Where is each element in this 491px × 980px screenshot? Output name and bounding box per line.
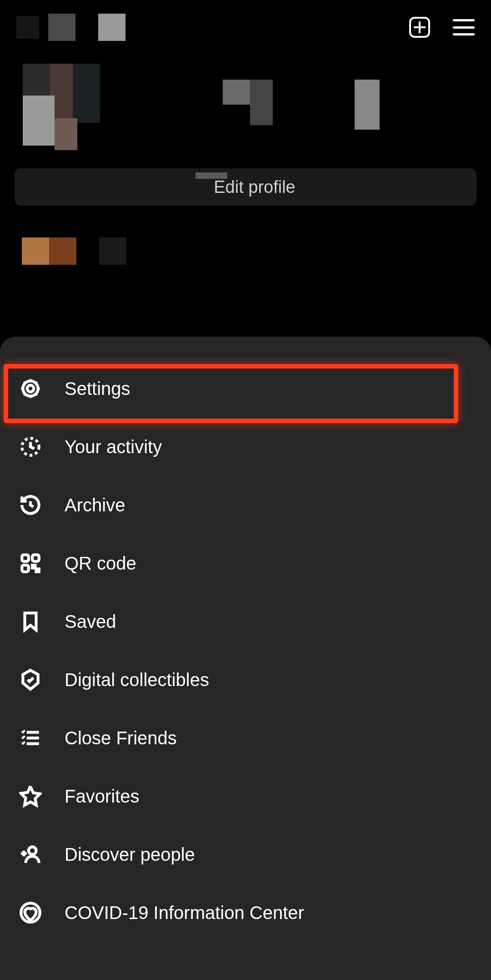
- menu-icon[interactable]: [453, 19, 475, 35]
- menu-item-qr-code[interactable]: QR code: [0, 534, 491, 592]
- menu-label: Saved: [65, 611, 116, 632]
- header-right: [409, 17, 475, 38]
- menu-label: Close Friends: [65, 728, 177, 748]
- digital-collectibles-icon: [18, 667, 43, 692]
- settings-icon: [18, 376, 43, 401]
- menu-item-covid-info[interactable]: COVID-19 Information Center: [0, 884, 491, 942]
- discover-people-icon: [18, 842, 43, 867]
- menu-label: Your activity: [65, 437, 162, 457]
- edit-profile-label: Edit profile: [214, 177, 296, 197]
- close-friends-icon: [18, 726, 43, 750]
- svg-rect-3: [22, 555, 29, 561]
- svg-point-8: [29, 847, 36, 854]
- menu-item-your-activity[interactable]: Your activity: [0, 418, 491, 476]
- menu-label: Digital collectibles: [65, 670, 209, 690]
- menu-item-close-friends[interactable]: Close Friends: [0, 709, 491, 767]
- menu-label: Archive: [65, 495, 125, 515]
- menu-item-archive[interactable]: Archive: [0, 476, 491, 534]
- activity-icon: [18, 434, 43, 459]
- favorites-icon: [18, 784, 43, 808]
- menu-item-settings[interactable]: Settings: [0, 359, 491, 418]
- redacted-username: [16, 16, 39, 39]
- profile-stats-row: [0, 45, 491, 159]
- story-highlights: [0, 206, 491, 297]
- stat-followers[interactable]: [355, 80, 396, 130]
- story-highlight[interactable]: [22, 237, 76, 292]
- profile-stats: [159, 80, 396, 130]
- menu-label: Discover people: [65, 844, 195, 865]
- redacted-block: [98, 14, 125, 41]
- edit-profile-button[interactable]: Edit profile: [15, 168, 476, 206]
- svg-point-1: [27, 385, 34, 392]
- stat-posts[interactable]: [223, 80, 264, 130]
- saved-icon: [18, 609, 43, 634]
- menu-item-saved[interactable]: Saved: [0, 592, 491, 651]
- menu-label: Settings: [65, 379, 130, 399]
- menu-label: Favorites: [65, 786, 140, 807]
- svg-rect-4: [32, 555, 39, 561]
- story-highlight[interactable]: [99, 237, 154, 292]
- redacted-block: [48, 14, 75, 41]
- profile-header: [0, 0, 491, 45]
- menu-item-discover-people[interactable]: Discover people: [0, 825, 491, 884]
- menu-bottom-sheet: Settings Your activity Archive QR code S…: [0, 337, 491, 980]
- menu-item-favorites[interactable]: Favorites: [0, 767, 491, 825]
- create-post-icon[interactable]: [409, 17, 430, 38]
- archive-icon: [18, 493, 43, 517]
- header-left: [16, 14, 125, 41]
- svg-point-0: [23, 381, 38, 396]
- menu-label: COVID-19 Information Center: [65, 903, 304, 923]
- qr-code-icon: [18, 551, 43, 576]
- avatar[interactable]: [23, 64, 105, 146]
- menu-label: QR code: [65, 553, 136, 574]
- menu-item-digital-collectibles[interactable]: Digital collectibles: [0, 651, 491, 709]
- covid-info-icon: [18, 900, 43, 925]
- svg-rect-5: [22, 565, 29, 572]
- svg-rect-7: [36, 569, 39, 572]
